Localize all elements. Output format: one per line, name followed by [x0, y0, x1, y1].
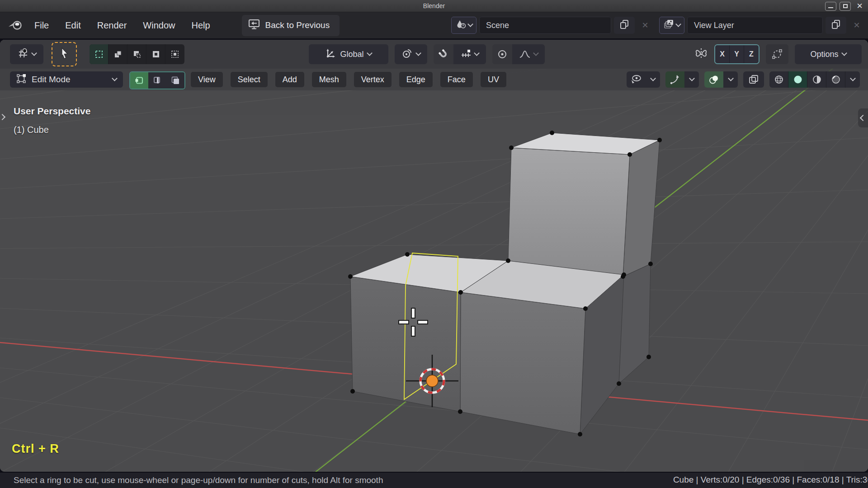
scene-browse-button[interactable]: [451, 17, 476, 34]
window-title: Blender: [423, 2, 445, 9]
mirror-y-button[interactable]: Y: [730, 45, 744, 63]
select-set-button[interactable]: [90, 44, 108, 64]
tweak-tool-icon: [18, 48, 28, 61]
menu-vertex[interactable]: Vertex: [354, 72, 392, 87]
close-icon: ✕: [856, 1, 863, 11]
back-to-previous-button[interactable]: Back to Previous: [242, 15, 340, 36]
chevron-down-icon: [474, 50, 480, 56]
view-layer-remove-button[interactable]: ✕: [849, 20, 864, 30]
snap-increment-icon: [461, 49, 472, 60]
solid-shading-button[interactable]: [788, 71, 807, 88]
hotkey-hint: Ctrl + R: [12, 442, 59, 456]
transform-orientation-dropdown[interactable]: Global: [309, 44, 388, 64]
edge-select-button[interactable]: [148, 72, 166, 89]
vertex-select-button[interactable]: [130, 72, 148, 89]
menu-render[interactable]: Render: [97, 20, 127, 31]
viewport-header: Edit Mode: [0, 69, 868, 90]
proportional-edit-group: [492, 44, 545, 64]
gizmos-toggle[interactable]: [665, 71, 684, 88]
maximize-button[interactable]: [840, 2, 851, 11]
proportional-edit-toggle[interactable]: [492, 44, 512, 64]
pivot-point-dropdown[interactable]: [395, 44, 427, 64]
blender-logo-icon[interactable]: [8, 19, 23, 31]
minimize-button[interactable]: [825, 2, 836, 11]
menu-edge[interactable]: Edge: [399, 72, 433, 87]
show-hide-button[interactable]: [627, 71, 646, 88]
shading-dropdown[interactable]: [845, 71, 860, 88]
menu-mesh[interactable]: Mesh: [312, 72, 346, 87]
back-to-previous-label: Back to Previous: [265, 20, 330, 30]
overlays-group: [704, 71, 738, 88]
proportional-falloff-dropdown[interactable]: [512, 44, 545, 64]
select-subtract-button[interactable]: [127, 44, 146, 64]
mirror-z-button[interactable]: Z: [744, 45, 759, 63]
menu-face[interactable]: Face: [440, 72, 473, 87]
mirror-icon[interactable]: [694, 47, 708, 61]
chevron-down-icon: [31, 50, 37, 56]
rendered-shading-button[interactable]: [826, 71, 845, 88]
menu-select[interactable]: Select: [231, 72, 268, 87]
scene-name-field[interactable]: Scene: [479, 17, 611, 34]
xray-toggle[interactable]: [743, 71, 764, 88]
overlays-icon: [708, 74, 719, 85]
viewport-canvas[interactable]: [0, 40, 868, 472]
select-invert-icon: [151, 50, 160, 59]
toolbar-panel-toggle[interactable]: [0, 108, 7, 127]
gizmo-icon: [670, 74, 680, 85]
menu-help[interactable]: Help: [191, 20, 210, 31]
visibility-icon: [630, 75, 642, 84]
mode-dropdown[interactable]: Edit Mode: [10, 71, 123, 88]
view-layer-new-button[interactable]: [826, 17, 846, 34]
viewport-editor: Global: [0, 40, 868, 472]
close-button[interactable]: ✕: [854, 2, 865, 11]
snap-toggle-button[interactable]: [434, 44, 453, 64]
wireframe-shading-button[interactable]: [769, 71, 788, 88]
chevron-down-icon: [689, 75, 695, 81]
view-layer-browse-button[interactable]: [659, 17, 684, 34]
menu-window[interactable]: Window: [143, 20, 175, 31]
options-label: Options: [810, 50, 838, 59]
active-tool-select-button[interactable]: [52, 42, 77, 66]
menu-edit[interactable]: Edit: [65, 20, 80, 31]
view-layer-field[interactable]: View Layer: [687, 17, 823, 34]
material-preview-button[interactable]: [807, 71, 826, 88]
view-layer-icon: [664, 19, 675, 32]
transform-correction-button[interactable]: [766, 44, 788, 64]
gizmos-dropdown[interactable]: [684, 71, 699, 88]
menu-uv[interactable]: UV: [481, 72, 506, 87]
scene-stats: Cube | Verts:0/20 | Edges:0/36 | Faces:0…: [673, 475, 868, 485]
solid-icon: [793, 75, 803, 84]
panel-toggle-right-icon: [860, 115, 866, 121]
mirror-x-button[interactable]: X: [715, 45, 730, 63]
options-dropdown[interactable]: Options: [795, 44, 862, 64]
window-controls: ✕: [825, 1, 865, 11]
select-extend-button[interactable]: [108, 44, 127, 64]
status-hint: Select a ring to be cut, use mouse-wheel…: [14, 475, 383, 485]
shading-group: [769, 71, 860, 88]
unlink-icon: ✕: [642, 21, 648, 30]
menu-file[interactable]: File: [34, 20, 49, 31]
view-layer-value: View Layer: [694, 21, 734, 30]
back-screen-icon: [248, 19, 260, 32]
scene-new-button[interactable]: [614, 17, 635, 34]
snap-settings-dropdown[interactable]: [453, 44, 486, 64]
pivot-icon: [402, 48, 413, 61]
view-perspective-label: User Perspective: [14, 106, 90, 117]
sidebar-panel-toggle[interactable]: [858, 108, 868, 127]
chevron-down-icon: [415, 50, 421, 56]
overlays-toggle[interactable]: [704, 71, 723, 88]
select-mode-group: [90, 44, 184, 64]
menu-view[interactable]: View: [191, 72, 223, 87]
menu-add[interactable]: Add: [275, 72, 304, 87]
face-select-button[interactable]: [166, 72, 184, 89]
fit-icon: [772, 49, 783, 60]
select-invert-button[interactable]: [146, 44, 165, 64]
magnet-icon: [439, 49, 448, 59]
proportional-icon: [497, 49, 507, 59]
select-intersect-button[interactable]: [165, 44, 184, 64]
editor-type-button[interactable]: [10, 44, 43, 64]
cursor-select-icon: [58, 47, 70, 62]
overlays-dropdown[interactable]: [723, 71, 738, 88]
visibility-dropdown[interactable]: [646, 71, 660, 88]
scene-unlink-button[interactable]: ✕: [637, 20, 653, 30]
